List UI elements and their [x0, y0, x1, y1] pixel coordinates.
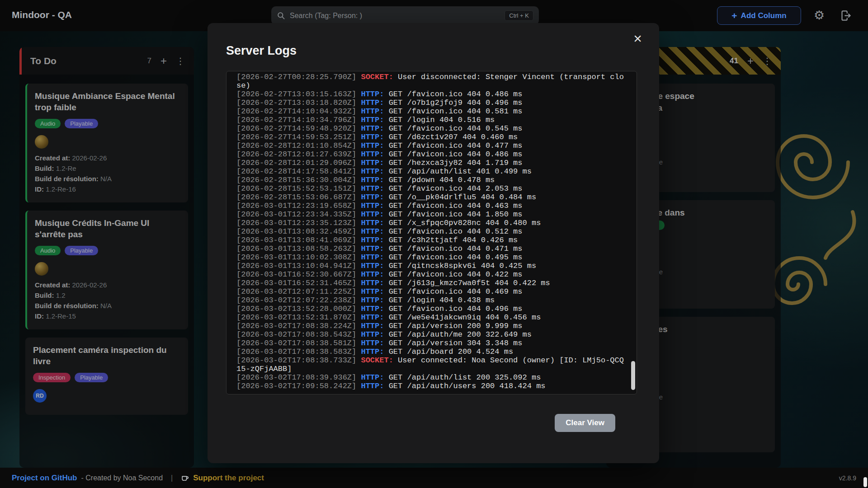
- log-timestamp: [2026-03-02T17:09:58.242Z]: [236, 382, 361, 390]
- log-line: [2026-03-02T17:08:38.733Z] SOCKET: User …: [236, 356, 624, 373]
- log-timestamp: [2026-03-02T12:07:11.225Z]: [236, 287, 361, 296]
- log-type-label: HTTP:: [361, 90, 388, 99]
- log-type-label: SOCKET:: [361, 73, 398, 81]
- log-line: [2026-03-02T17:08:38.224Z] HTTP: GET /ap…: [236, 322, 624, 330]
- log-line: [2026-02-27T14:59:48.920Z] HTTP: GET /fa…: [236, 124, 624, 133]
- log-type-label: HTTP:: [361, 322, 388, 330]
- log-message: GET /favicon.ico 404 2.053 ms: [389, 184, 523, 193]
- log-line: [2026-03-01T13:08:32.459Z] HTTP: GET /fa…: [236, 227, 624, 236]
- log-timestamp: [2026-03-01T16:52:30.667Z]: [236, 270, 361, 279]
- log-type-label: HTTP:: [361, 150, 388, 159]
- log-type-label: HTTP:: [361, 167, 388, 176]
- log-line: [2026-02-27T14:10:04.932Z] HTTP: GET /fa…: [236, 107, 624, 116]
- support-mug-icon: [181, 474, 189, 482]
- log-line: [2026-02-28T14:17:58.841Z] HTTP: GET /ap…: [236, 167, 624, 176]
- plus-icon: +: [731, 10, 737, 21]
- log-message: GET /favicon.ico 404 0.486 ms: [389, 150, 523, 159]
- log-message: GET /favicon.ico 404 0.495 ms: [389, 253, 523, 262]
- log-timestamp: [2026-03-02T17:08:38.581Z]: [236, 339, 361, 347]
- log-message: GET /favicon.ico 404 0.463 ms: [389, 202, 523, 210]
- log-type-label: HTTP:: [361, 107, 388, 116]
- log-message: GET /o__pk04drlflu5 404 0.484 ms: [389, 193, 536, 202]
- log-timestamp: [2026-03-01T13:08:32.459Z]: [236, 227, 361, 236]
- created-by-label: - Created by Noa Second: [81, 474, 163, 482]
- log-timestamp: [2026-02-28T15:53:06.687Z]: [236, 193, 361, 202]
- log-line: [2026-03-02T13:52:31.870Z] HTTP: GET /we…: [236, 313, 624, 322]
- log-type-label: HTTP:: [361, 313, 388, 322]
- log-message: GET /favicon.ico 404 0.512 ms: [389, 227, 523, 236]
- log-message: GET /qitncsk8spkv6i 404 0.425 ms: [389, 262, 536, 270]
- log-type-label: HTTP:: [361, 159, 388, 167]
- app-root: Mindoor - QA Ctrl + K + Add Column ⚙ To …: [0, 0, 868, 488]
- log-type-label: HTTP:: [361, 176, 388, 184]
- log-timestamp: [2026-03-02T13:52:31.870Z]: [236, 313, 361, 322]
- log-type-label: HTTP:: [361, 124, 388, 133]
- log-timestamp: [2026-03-02T17:08:38.543Z]: [236, 330, 361, 339]
- clear-view-button[interactable]: Clear View: [555, 414, 615, 432]
- settings-gear-icon[interactable]: ⚙: [814, 7, 825, 23]
- search-icon: [277, 11, 285, 20]
- log-timestamp: [2026-03-01T13:10:02.308Z]: [236, 253, 361, 262]
- log-line: [2026-03-02T17:08:38.543Z] HTTP: GET /ap…: [236, 330, 624, 339]
- log-line: [2026-03-01T13:08:41.069Z] HTTP: GET /c3…: [236, 236, 624, 244]
- log-message: GET /pdown 404 0.478 ms: [389, 176, 495, 184]
- log-timestamp: [2026-03-01T13:10:04.941Z]: [236, 262, 361, 270]
- log-type-label: HTTP:: [361, 244, 388, 253]
- log-message: GET /favicon.ico 404 0.477 ms: [389, 141, 523, 150]
- log-line: [2026-02-27T13:03:15.163Z] HTTP: GET /fa…: [236, 90, 624, 99]
- log-type-label: HTTP:: [361, 184, 388, 193]
- log-timestamp: [2026-02-28T12:01:27.639Z]: [236, 150, 361, 159]
- log-type-label: HTTP:: [361, 339, 388, 347]
- log-timestamp: [2026-02-27T14:59:48.920Z]: [236, 124, 361, 133]
- support-link[interactable]: Support the project: [193, 474, 264, 483]
- github-link[interactable]: Project on GitHub: [12, 474, 77, 483]
- log-line: [2026-03-01T12:23:19.658Z] HTTP: GET /fa…: [236, 202, 624, 210]
- log-message: GET /api/version 200 9.999 ms: [389, 322, 523, 330]
- log-scrollbar-thumb[interactable]: [631, 361, 635, 390]
- log-type-label: HTTP:: [361, 116, 388, 124]
- log-timestamp: [2026-03-01T13:08:41.069Z]: [236, 236, 361, 244]
- version-label: v2.8.9: [839, 474, 856, 482]
- log-type-label: SOCKET:: [361, 356, 398, 365]
- log-line: [2026-03-02T17:08:38.583Z] HTTP: GET /ap…: [236, 347, 624, 356]
- log-timestamp: [2026-02-27T14:10:34.796Z]: [236, 116, 361, 124]
- log-message: GET /favicon.ico 404 0.581 ms: [389, 107, 523, 116]
- log-type-label: HTTP:: [361, 330, 388, 339]
- log-timestamp: [2026-03-02T12:07:22.238Z]: [236, 296, 361, 305]
- log-type-label: HTTP:: [361, 133, 388, 141]
- log-content: [2026-02-27T00:28:25.790Z] SOCKET: User …: [226, 71, 624, 394]
- log-line: [2026-02-28T15:36:30.004Z] HTTP: GET /pd…: [236, 176, 624, 184]
- log-timestamp: [2026-02-27T13:03:15.163Z]: [236, 90, 361, 99]
- search-bar[interactable]: Ctrl + K: [271, 6, 539, 25]
- log-type-label: HTTP:: [361, 193, 388, 202]
- log-type-label: HTTP:: [361, 219, 388, 227]
- log-line: [2026-02-27T00:28:25.790Z] SOCKET: User …: [236, 73, 624, 90]
- logout-icon[interactable]: [840, 9, 852, 22]
- log-timestamp: [2026-03-02T17:08:39.936Z]: [236, 373, 361, 382]
- log-timestamp: [2026-03-02T13:52:28.000Z]: [236, 305, 361, 313]
- add-column-button[interactable]: + Add Column: [717, 6, 801, 25]
- log-box: [2026-02-27T00:28:25.790Z] SOCKET: User …: [226, 71, 637, 394]
- log-type-label: HTTP:: [361, 99, 388, 107]
- modal-title: Server Logs: [226, 44, 297, 58]
- log-message: GET /j613g_kmzc7wa0f5t 404 0.422 ms: [389, 279, 550, 287]
- log-type-label: HTTP:: [361, 279, 388, 287]
- log-type-label: HTTP:: [361, 373, 388, 382]
- log-timestamp: [2026-02-28T15:52:53.151Z]: [236, 184, 361, 193]
- server-logs-modal: × Server Logs [2026-02-27T00:28:25.790Z]…: [208, 23, 659, 463]
- log-timestamp: [2026-03-01T13:08:58.263Z]: [236, 244, 361, 253]
- log-line: [2026-03-01T12:23:34.335Z] HTTP: GET /fa…: [236, 210, 624, 219]
- log-line: [2026-03-02T17:09:58.242Z] HTTP: GET /ap…: [236, 382, 624, 390]
- log-line: [2026-03-01T13:10:04.941Z] HTTP: GET /qi…: [236, 262, 624, 270]
- log-timestamp: [2026-02-27T13:03:18.820Z]: [236, 99, 361, 107]
- log-timestamp: [2026-02-27T00:28:25.790Z]: [236, 73, 361, 81]
- log-message: GET /login 404 0.516 ms: [389, 116, 495, 124]
- close-icon[interactable]: ×: [633, 31, 642, 46]
- log-timestamp: [2026-03-02T17:08:38.583Z]: [236, 347, 361, 356]
- log-line: [2026-03-01T13:08:58.263Z] HTTP: GET /fa…: [236, 244, 624, 253]
- log-message: GET /favicon.ico 404 0.496 ms: [389, 305, 523, 313]
- log-type-label: HTTP:: [361, 236, 388, 244]
- page-scrollbar-thumb[interactable]: [863, 477, 867, 487]
- log-line: [2026-02-27T14:10:34.796Z] HTTP: GET /lo…: [236, 116, 624, 124]
- search-input[interactable]: [290, 12, 505, 20]
